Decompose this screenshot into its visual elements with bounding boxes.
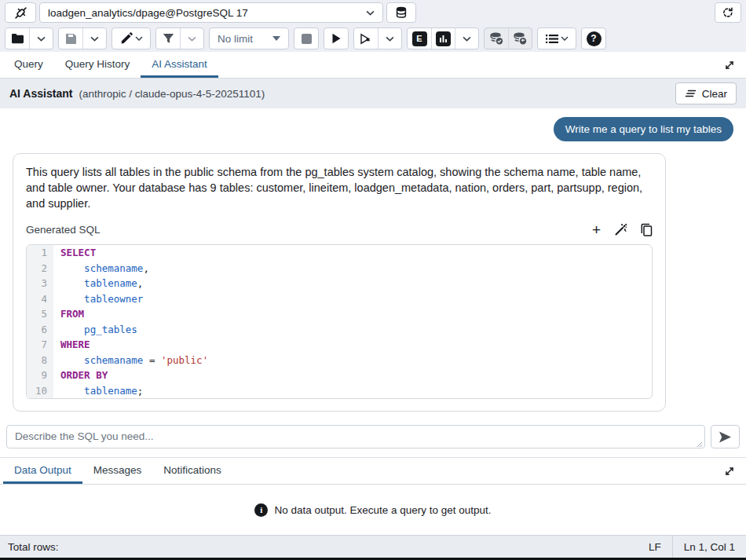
chevron-down-icon	[188, 36, 196, 42]
dropdown-arrow-icon	[272, 36, 280, 41]
prompt-input[interactable]	[6, 425, 705, 448]
clear-label: Clear	[702, 88, 727, 100]
reset-layout-button[interactable]	[715, 2, 741, 23]
macro-button[interactable]	[538, 28, 576, 49]
new-connection-button[interactable]	[386, 2, 416, 23]
execute-button[interactable]	[324, 28, 348, 49]
save-menu-button[interactable]	[82, 28, 106, 49]
sql-code[interactable]: 1SELECT2 schemaname,3 tablename,4 tableo…	[26, 244, 653, 399]
clear-icon	[685, 90, 697, 97]
chevron-down-icon	[90, 36, 99, 42]
sql-code-line: 9ORDER BY	[27, 368, 652, 383]
explain-group: E	[407, 27, 479, 49]
filter-menu-button[interactable]	[180, 28, 203, 49]
connection-status-button[interactable]	[5, 2, 36, 23]
query-tool-tabs: Query Query History AI Assistant	[0, 52, 746, 79]
sql-code-line: 7WHERE	[27, 337, 652, 353]
explain-analyze-button[interactable]	[431, 28, 455, 49]
sql-code-line: 2 schemaname,	[27, 261, 652, 276]
user-message-row: Write me a query to list my tables	[13, 117, 733, 141]
commit-button[interactable]	[485, 28, 508, 49]
sql-code-line: 1SELECT	[27, 245, 652, 261]
expand-panel-button[interactable]	[716, 52, 743, 78]
row-limit-select[interactable]: No limit	[210, 28, 288, 49]
chevron-down-icon	[561, 36, 569, 41]
info-icon: i	[254, 503, 268, 517]
stop-button[interactable]	[294, 28, 318, 49]
tab-ai-assistant[interactable]: AI Assistant	[141, 52, 218, 78]
execute-script-button[interactable]	[354, 28, 378, 49]
send-icon	[719, 431, 732, 443]
save-group	[58, 27, 107, 49]
list-icon	[546, 34, 558, 44]
prompt-row	[0, 421, 746, 457]
generated-sql-label: Generated SQL	[26, 224, 101, 236]
folder-icon	[11, 33, 24, 44]
user-message-bubble: Write me a query to list my tables	[554, 117, 733, 141]
explain-menu-button[interactable]	[455, 28, 478, 49]
limit-group: No limit	[209, 27, 289, 49]
empty-output-text: No data output. Execute a query to get o…	[274, 504, 491, 516]
stop-icon	[302, 34, 312, 44]
chat-area: Write me a query to list my tables This …	[0, 108, 746, 421]
clear-button[interactable]: Clear	[675, 82, 737, 104]
tab-notifications[interactable]: Notifications	[152, 458, 232, 484]
assistant-response-card: This query lists all tables in the publi…	[13, 153, 666, 412]
send-button[interactable]	[711, 425, 740, 448]
ai-model-label: (anthropic / claude-opus-4-5-20251101)	[79, 88, 265, 100]
stop-group	[294, 27, 319, 49]
plug-icon	[14, 6, 27, 20]
eol-mode[interactable]: LF	[638, 536, 672, 558]
tab-messages[interactable]: Messages	[82, 458, 153, 484]
pencil-icon	[120, 32, 133, 45]
execute-group	[324, 27, 349, 49]
cursor-position: Ln 1, Col 1	[672, 536, 746, 558]
tab-query-history[interactable]: Query History	[54, 52, 141, 78]
expand-output-button[interactable]	[716, 458, 743, 484]
insert-sql-button[interactable]: +	[592, 222, 601, 237]
explain-button[interactable]: E	[408, 28, 431, 49]
execute-menu-button[interactable]	[378, 28, 401, 49]
open-file-menu-button[interactable]	[29, 28, 53, 49]
filter-button[interactable]	[156, 28, 180, 49]
chevron-down-icon	[135, 36, 143, 41]
open-file-button[interactable]	[5, 28, 29, 49]
refresh-icon	[722, 6, 734, 19]
sql-actions: +	[592, 222, 653, 237]
help-button[interactable]: ?	[582, 28, 605, 49]
status-bar: Total rows: LF Ln 1, Col 1	[0, 535, 746, 558]
open-file-group	[5, 27, 53, 49]
row-limit-value: No limit	[218, 33, 253, 45]
chevron-down-icon	[386, 36, 394, 42]
query-toolbar: No limit	[0, 25, 746, 52]
macro-group	[537, 27, 576, 49]
save-button[interactable]	[59, 28, 82, 49]
database-icon	[395, 6, 408, 19]
status-right: LF Ln 1, Col 1	[638, 536, 746, 558]
tab-data-output[interactable]: Data Output	[3, 458, 82, 484]
rollback-button[interactable]	[508, 28, 532, 49]
magic-wand-button[interactable]	[614, 223, 627, 236]
filter-icon	[163, 33, 174, 44]
total-rows-label: Total rows:	[0, 541, 59, 553]
copy-icon-button[interactable]	[641, 223, 653, 236]
tab-query[interactable]: Query	[3, 52, 54, 78]
explain-analyze-icon	[436, 31, 451, 46]
rollback-icon	[513, 32, 528, 46]
chevron-down-icon	[37, 36, 46, 42]
expand-icon	[724, 60, 735, 71]
connection-label: loadgen_analytics/dpage@PostgreSQL 17	[48, 7, 248, 19]
ai-assistant-header: AI Assistant (anthropic / claude-opus-4-…	[0, 79, 746, 108]
edit-group	[112, 27, 151, 49]
chevron-down-icon	[463, 36, 471, 42]
explain-icon: E	[412, 31, 427, 46]
connection-selector[interactable]: loadgen_analytics/dpage@PostgreSQL 17	[39, 2, 383, 23]
sql-code-line: 4 tableowner	[27, 291, 652, 307]
assistant-response-text: This query lists all tables in the publi…	[26, 164, 653, 211]
ai-assistant-title: AI Assistant	[9, 87, 72, 100]
edit-button[interactable]	[112, 28, 150, 49]
play-icon	[331, 33, 342, 44]
generated-sql-row: Generated SQL +	[26, 222, 653, 237]
sql-code-line: 3 tablename,	[27, 276, 652, 291]
prompt-wrap	[6, 425, 705, 452]
